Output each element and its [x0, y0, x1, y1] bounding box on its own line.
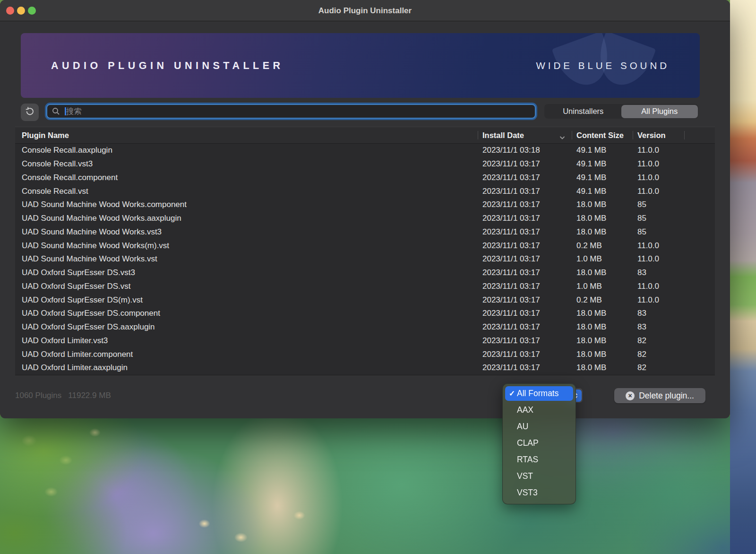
table-row[interactable]: UAD Sound Machine Wood Works.component 2… — [15, 198, 715, 212]
refresh-icon — [25, 107, 34, 118]
table-row[interactable]: UAD Oxford Limiter.component 2023/11/1 0… — [15, 347, 715, 361]
desktop-background-bottom — [0, 416, 730, 554]
search-field[interactable] — [46, 104, 536, 119]
status-bar: 1060 Plugins 11922.9 MB — [15, 391, 111, 400]
format-menu-item[interactable]: ✓ AU — [503, 418, 576, 435]
tab-uninstallers[interactable]: Uninstallers — [545, 105, 622, 118]
chevron-down-icon — [559, 133, 565, 142]
format-menu-list: ✓ All Formats ✓ AAX ✓ AU ✓ CLAP ✓ RTAS ✓… — [502, 383, 576, 504]
text-caret — [65, 107, 66, 115]
table-header: Plugin Name Install Date Content Size Ve… — [15, 127, 715, 144]
app-banner: AUDIO PLUGIN UNINSTALLER WIDE BLUE SOUND — [21, 33, 700, 98]
view-segmented-control: Uninstallers All Plugins — [544, 104, 698, 119]
table-row[interactable]: UAD Sound Machine Wood Works.vst 2023/11… — [15, 252, 715, 266]
table-row[interactable]: Console Recall.component 2023/11/1 03:17… — [15, 171, 715, 185]
table-row[interactable]: Console Recall.aaxplugin 2023/11/1 03:18… — [15, 144, 715, 157]
desktop-background-right — [730, 0, 756, 554]
total-size: 11922.9 MB — [68, 391, 111, 400]
tab-all-plugins[interactable]: All Plugins — [621, 105, 698, 118]
window-title: Audio Plugin Uninstaller — [0, 0, 730, 21]
checkmark-icon: ✓ — [509, 386, 515, 401]
search-input[interactable] — [47, 105, 535, 118]
format-menu-item[interactable]: ✓ CLAP — [503, 435, 576, 451]
column-header-spacer — [684, 127, 715, 143]
table-body: Console Recall.aaxplugin 2023/11/1 03:18… — [15, 144, 715, 375]
format-menu-item[interactable]: ✓ All Formats — [505, 386, 573, 401]
delete-plugin-button[interactable]: × Delete plugin... — [614, 388, 705, 403]
table-row[interactable]: UAD Oxford SuprEsser DS.component 2023/1… — [15, 307, 715, 320]
format-menu-item[interactable]: ✓ RTAS — [503, 451, 576, 468]
table-row[interactable]: UAD Oxford SuprEsser DS(m).vst 2023/11/1… — [15, 293, 715, 307]
format-menu-item[interactable]: ✓ VST3 — [503, 485, 576, 501]
table-row[interactable]: Console Recall.vst 2023/11/1 03:17 49.1 … — [15, 184, 715, 198]
table-row[interactable]: UAD Oxford SuprEsser DS.vst3 2023/11/1 0… — [15, 266, 715, 280]
close-icon: × — [626, 391, 635, 400]
table-row[interactable]: UAD Sound Machine Wood Works.vst3 2023/1… — [15, 225, 715, 239]
refresh-button[interactable] — [21, 104, 39, 121]
plugin-table: Plugin Name Install Date Content Size Ve… — [15, 127, 715, 375]
column-header-install-date[interactable]: Install Date — [478, 127, 572, 143]
column-header-version[interactable]: Version — [633, 127, 684, 143]
table-row[interactable]: UAD Oxford SuprEsser DS.aaxplugin 2023/1… — [15, 320, 715, 334]
table-row[interactable]: UAD Oxford Limiter.aaxplugin 2023/11/1 0… — [15, 361, 715, 375]
table-row[interactable]: UAD Oxford SuprEsser DS.vst 2023/11/1 03… — [15, 280, 715, 294]
column-header-content-size[interactable]: Content Size — [572, 127, 633, 143]
table-row[interactable]: UAD Sound Machine Wood Works(m).vst 2023… — [15, 239, 715, 252]
banner-app-name: AUDIO PLUGIN UNINSTALLER — [51, 60, 284, 71]
format-menu-item[interactable]: ✓ VST — [503, 468, 576, 485]
table-row[interactable]: UAD Sound Machine Wood Works.aaxplugin 2… — [15, 212, 715, 225]
app-window: Audio Plugin Uninstaller AUDIO PLUGIN UN… — [0, 0, 730, 418]
plugin-count: 1060 Plugins — [15, 391, 61, 400]
banner-brand-name: WIDE BLUE SOUND — [536, 60, 670, 71]
desktop: Audio Plugin Uninstaller AUDIO PLUGIN UN… — [0, 0, 756, 554]
table-row[interactable]: Console Recall.vst3 2023/11/1 03:17 49.1… — [15, 157, 715, 171]
format-menu-item[interactable]: ✓ AAX — [503, 402, 576, 418]
column-header-plugin-name[interactable]: Plugin Name — [15, 127, 478, 143]
title-bar: Audio Plugin Uninstaller — [0, 0, 730, 21]
table-row[interactable]: UAD Oxford Limiter.vst3 2023/11/1 03:17 … — [15, 334, 715, 348]
